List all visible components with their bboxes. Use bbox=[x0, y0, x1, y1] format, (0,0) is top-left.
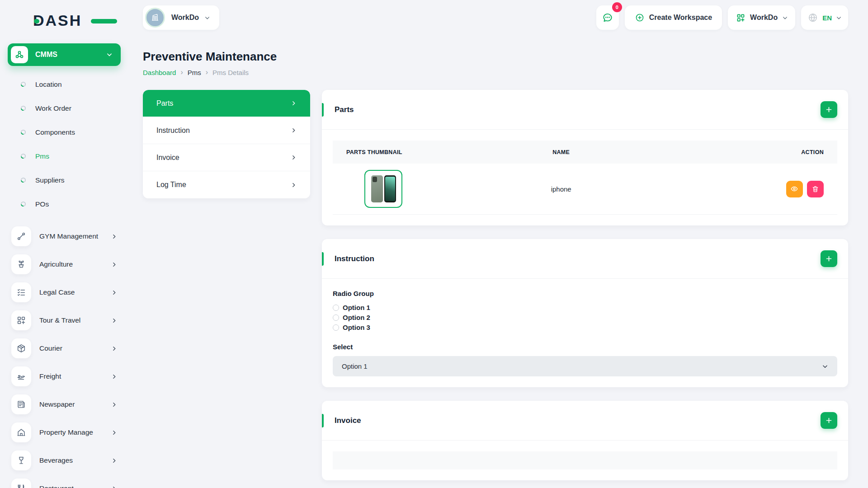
sidebar-item-label: Newspaper bbox=[39, 400, 111, 408]
invoice-section-header: Invoice bbox=[322, 401, 848, 441]
invoice-table-header-partial bbox=[333, 451, 837, 469]
radio-button-icon bbox=[333, 305, 339, 311]
sidebar-item-beverages[interactable]: Beverages bbox=[8, 446, 129, 474]
chevron-down-icon bbox=[836, 15, 842, 21]
main-area: WorkDo 0 Create Workspace bbox=[129, 0, 868, 488]
module-menu: GYM Management Agriculture Legal Ca bbox=[8, 222, 129, 488]
messages-button[interactable]: 0 bbox=[596, 5, 619, 30]
brand-logo[interactable]: DASH bbox=[33, 12, 110, 30]
invoice-section-title: Invoice bbox=[335, 416, 361, 425]
grid-plus-icon bbox=[11, 310, 31, 330]
sidebar-item-property-manage[interactable]: Property Manage bbox=[8, 418, 129, 446]
sidebar-item-freight[interactable]: Freight bbox=[8, 362, 129, 390]
sidebar-item-courier[interactable]: Courier bbox=[8, 334, 129, 362]
chevron-right-icon bbox=[111, 402, 117, 408]
sidebar-item-label: Components bbox=[35, 128, 75, 136]
sidebar-item-pms[interactable]: Pms bbox=[8, 144, 129, 168]
parts-section-title: Parts bbox=[335, 105, 354, 114]
radio-option-1[interactable]: Option 1 bbox=[333, 304, 837, 311]
row-actions bbox=[656, 181, 824, 197]
detail-sections: Parts PARTS THUMBNAIL NAME ACTION bbox=[322, 90, 848, 480]
workspace-label: WorkDo bbox=[171, 14, 199, 22]
chevron-right-icon bbox=[111, 290, 117, 296]
parts-table: PARTS THUMBNAIL NAME ACTION bbox=[333, 141, 837, 215]
breadcrumb-pms[interactable]: Pms bbox=[188, 69, 201, 76]
chevron-right-icon bbox=[291, 155, 297, 160]
logo-accent-dot bbox=[34, 19, 39, 23]
language-selector[interactable]: EN bbox=[801, 5, 848, 30]
bullet-icon bbox=[20, 177, 26, 183]
sidebar-item-label: Pms bbox=[35, 152, 49, 160]
add-part-button[interactable] bbox=[821, 101, 837, 118]
sidebar-item-work-order[interactable]: Work Order bbox=[8, 96, 129, 120]
delete-part-button[interactable] bbox=[807, 181, 824, 197]
drink-icon bbox=[11, 450, 31, 470]
radio-option-3[interactable]: Option 3 bbox=[333, 324, 837, 331]
chevron-right-icon bbox=[291, 182, 297, 188]
sidebar-item-label: POs bbox=[35, 200, 49, 208]
sidebar-item-location[interactable]: Location bbox=[8, 72, 129, 96]
instruction-select[interactable]: Option 1 bbox=[333, 356, 837, 376]
share-nodes-icon bbox=[11, 46, 28, 63]
workspace-switcher[interactable]: WorkDo bbox=[143, 5, 219, 30]
tab-invoice[interactable]: Invoice bbox=[143, 144, 310, 171]
add-instruction-button[interactable] bbox=[821, 250, 837, 267]
sidebar-item-newspaper[interactable]: Newspaper bbox=[8, 390, 129, 418]
sidebar-item-pos[interactable]: POs bbox=[8, 192, 129, 216]
sidebar-item-label: Restaurant bbox=[39, 484, 111, 488]
tab-parts[interactable]: Parts bbox=[143, 90, 310, 117]
radio-option-label: Option 2 bbox=[343, 314, 370, 321]
bullet-icon bbox=[20, 81, 26, 87]
tab-log-time[interactable]: Log Time bbox=[143, 171, 310, 198]
breadcrumb-dashboard[interactable]: Dashboard bbox=[143, 69, 176, 76]
dumbbell-icon bbox=[11, 226, 31, 246]
create-workspace-button[interactable]: Create Workspace bbox=[625, 5, 722, 30]
sidebar-item-label: Work Order bbox=[35, 104, 71, 113]
grid-plus-icon bbox=[736, 13, 745, 23]
radio-option-label: Option 3 bbox=[343, 324, 370, 331]
sidebar-item-gym-management[interactable]: GYM Management bbox=[8, 222, 129, 250]
column-header-action: ACTION bbox=[656, 149, 824, 155]
cmms-submenu: Location Work Order Components Pms Suppl… bbox=[8, 72, 129, 216]
tab-instruction[interactable]: Instruction bbox=[143, 117, 310, 144]
radio-button-icon bbox=[333, 314, 339, 321]
brand-logo-text: DASH bbox=[33, 12, 82, 29]
sidebar-item-components[interactable]: Components bbox=[8, 120, 129, 144]
plus-icon bbox=[825, 255, 833, 263]
chevron-right-icon bbox=[111, 262, 117, 267]
column-header-name: NAME bbox=[466, 149, 656, 155]
part-name: iphone bbox=[466, 185, 656, 193]
breadcrumb-current: Pms Details bbox=[212, 69, 249, 76]
sidebar-item-agriculture[interactable]: Agriculture bbox=[8, 250, 129, 278]
chevron-right-icon bbox=[291, 127, 297, 133]
breadcrumb-separator: › bbox=[180, 68, 183, 76]
chevron-right-icon bbox=[111, 486, 117, 488]
sidebar-item-restaurant[interactable]: Restaurant bbox=[8, 474, 129, 488]
column-header-thumbnail: PARTS THUMBNAIL bbox=[346, 149, 466, 155]
view-part-button[interactable] bbox=[786, 181, 803, 197]
sidebar-module-cmms[interactable]: CMMS bbox=[8, 43, 121, 66]
app-root: DASH CMMS Location Work Order bbox=[0, 0, 868, 488]
tab-label: Parts bbox=[156, 99, 173, 108]
workspace-avatar bbox=[145, 8, 165, 28]
content: Parts Instruction Invoice Log Time bbox=[143, 90, 848, 488]
bullet-icon bbox=[20, 201, 26, 207]
sidebar-item-label: Tour & Travel bbox=[39, 316, 111, 324]
sidebar-item-legal-case[interactable]: Legal Case bbox=[8, 278, 129, 306]
sidebar-item-suppliers[interactable]: Suppliers bbox=[8, 168, 129, 192]
add-invoice-button[interactable] bbox=[821, 412, 837, 429]
radio-group: Option 1 Option 2 Option 3 bbox=[333, 304, 837, 331]
cutlery-icon bbox=[11, 479, 31, 488]
chevron-right-icon bbox=[111, 374, 117, 380]
plant-icon bbox=[11, 254, 31, 274]
sidebar-module-cmms-label: CMMS bbox=[35, 51, 106, 59]
tab-label: Instruction bbox=[156, 127, 190, 135]
section-accent-bar bbox=[322, 103, 324, 117]
part-thumbnail-image[interactable] bbox=[364, 170, 402, 208]
sidebar-item-tour-travel[interactable]: Tour & Travel bbox=[8, 306, 129, 334]
app-switcher-button[interactable]: WorkDo bbox=[728, 5, 795, 30]
phone-image-back bbox=[371, 175, 383, 202]
plus-circle-icon bbox=[635, 13, 645, 23]
instruction-section-title: Instruction bbox=[335, 254, 374, 263]
radio-option-2[interactable]: Option 2 bbox=[333, 314, 837, 321]
